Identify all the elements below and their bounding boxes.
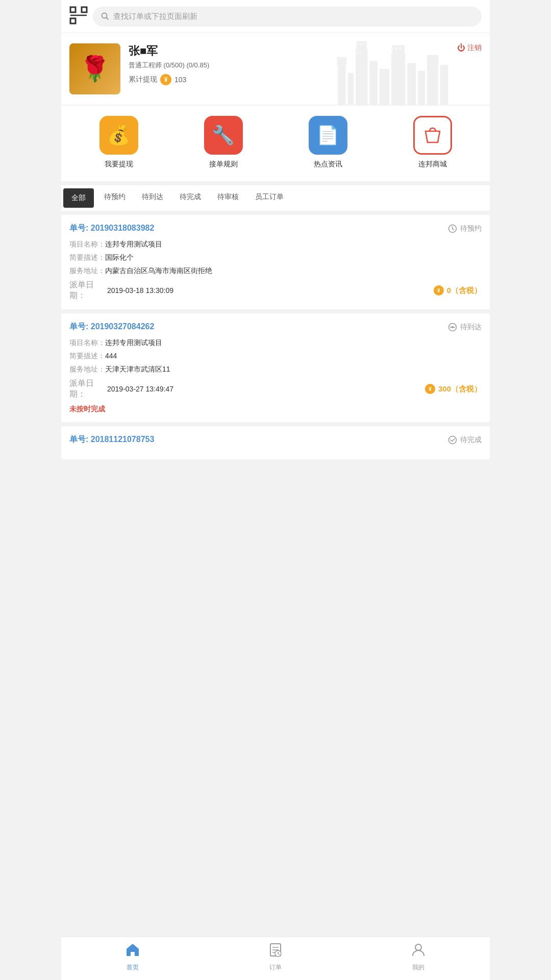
power-icon: ⏻: [457, 43, 465, 53]
action-news[interactable]: 📄 热点资讯: [309, 116, 347, 169]
order-footer-1: 派单日期： 2019-03-18 13:30:09 ¥ 0（含税）: [69, 280, 482, 301]
coin-icon-1: ¥: [434, 285, 444, 296]
order-number-1: 单号: 20190318083982: [69, 223, 154, 234]
svg-rect-0: [70, 7, 76, 12]
order-desc-row-2: 简要描述： 444: [69, 352, 482, 361]
tab-pending-review[interactable]: 待审核: [209, 185, 247, 211]
header: 查找订单或下拉页面刷新: [61, 0, 490, 33]
profile-section: 🌹 张■军 ⏻ 注销 普通工程师 (0/500) (0/0.85) 累计提现 ¥…: [61, 33, 490, 105]
clock-icon: [448, 224, 457, 233]
tabs-container: 全部 待预约 待到达 待完成 待审核 员工订单: [61, 185, 490, 211]
order-price-2: ¥ 300（含税）: [425, 384, 482, 394]
order-project-row-1: 项目名称： 连邦专用测试项目: [69, 240, 482, 249]
order-tabs: 全部 待预约 待到达 待完成 待审核 员工订单: [61, 185, 490, 211]
quick-actions: 💰 我要提现 🔧 接单规则 📄 热点资讯 连邦商城: [61, 106, 490, 181]
tab-all[interactable]: 全部: [63, 188, 94, 208]
order-number-3: 单号: 20181121078753: [69, 434, 154, 445]
profile-balance: 累计提现 ¥ 103: [129, 74, 482, 85]
order-address-row-2: 服务地址： 天津天津市武清区11: [69, 365, 482, 374]
search-placeholder: 查找订单或下拉页面刷新: [113, 12, 197, 21]
nav-mine[interactable]: 我的: [398, 942, 439, 972]
order-number-2: 单号: 20190327084262: [69, 322, 154, 332]
tab-pending-arrive[interactable]: 待到达: [134, 185, 171, 211]
orders-icon: [268, 942, 283, 961]
coin-icon-2: ¥: [425, 384, 435, 394]
tab-employee-order[interactable]: 员工订单: [247, 185, 292, 211]
tab-pending-complete[interactable]: 待完成: [171, 185, 209, 211]
coin-icon: ¥: [160, 74, 171, 85]
tab-pending-appt[interactable]: 待预约: [96, 185, 134, 211]
search-icon: [101, 12, 109, 20]
home-label: 首页: [127, 963, 139, 972]
order-header-1: 单号: 20190318083982 待预约: [69, 223, 482, 234]
order-desc-row-1: 简要描述： 国际化个: [69, 253, 482, 262]
news-label: 热点资讯: [314, 160, 342, 169]
mall-label: 连邦商城: [418, 160, 447, 169]
order-header-3: 单号: 20181121078753 待完成: [69, 434, 482, 445]
svg-rect-2: [70, 18, 76, 23]
order-address-row-1: 服务地址： 内蒙古自治区乌海市海南区街拒绝: [69, 266, 482, 276]
action-rules[interactable]: 🔧 接单规则: [204, 116, 243, 169]
search-bar[interactable]: 查找订单或下拉页面刷新: [93, 7, 482, 27]
order-price-1: ¥ 0（含税）: [434, 285, 482, 296]
nav-home[interactable]: 首页: [112, 942, 153, 972]
avatar: 🌹: [69, 43, 120, 94]
orders-list: 单号: 20190318083982 待预约 项目名称： 连邦专用测试项目 简要…: [61, 215, 490, 459]
mall-icon: [413, 116, 452, 155]
svg-line-5: [107, 18, 109, 20]
mine-label: 我的: [412, 963, 424, 972]
overdue-notice-2: 未按时完成: [69, 405, 482, 414]
order-project-row-2: 项目名称： 连邦专用测试项目: [69, 338, 482, 348]
order-card-3[interactable]: 单号: 20181121078753 待完成: [61, 426, 490, 459]
svg-point-32: [452, 326, 454, 328]
profile-info: 张■军 ⏻ 注销 普通工程师 (0/500) (0/0.85) 累计提现 ¥ 1…: [129, 43, 482, 85]
home-icon: [125, 942, 140, 961]
svg-point-33: [449, 436, 457, 444]
rules-label: 接单规则: [209, 160, 238, 169]
withdraw-label: 我要提现: [105, 160, 133, 169]
rules-icon: 🔧: [204, 116, 243, 155]
order-card-2[interactable]: 单号: 20190327084262 待到达 项目名称： 连邦专用测试项目 简要…: [61, 313, 490, 422]
balance-amount: 103: [174, 76, 186, 84]
scan-icon[interactable]: [69, 6, 88, 27]
check-icon: [448, 435, 457, 445]
order-card-1[interactable]: 单号: 20190318083982 待预约 项目名称： 连邦专用测试项目 简要…: [61, 215, 490, 309]
order-status-2: 待到达: [448, 323, 482, 332]
svg-line-29: [453, 229, 454, 230]
action-withdraw[interactable]: 💰 我要提现: [99, 116, 138, 169]
orders-label: 订单: [269, 963, 282, 972]
mine-icon: [411, 942, 426, 961]
action-mall[interactable]: 连邦商城: [413, 116, 452, 169]
withdraw-icon: 💰: [99, 116, 138, 155]
svg-rect-1: [82, 7, 87, 12]
logout-button[interactable]: ⏻ 注销: [457, 43, 482, 53]
order-status-3: 待完成: [448, 435, 482, 445]
profile-level: 普通工程师 (0/500) (0/0.85): [129, 61, 482, 70]
order-status-1: 待预约: [448, 224, 482, 233]
profile-name: 张■军: [129, 43, 482, 59]
bottom-nav: 首页 订单 我的: [61, 937, 490, 980]
order-header-2: 单号: 20190327084262 待到达: [69, 322, 482, 332]
svg-point-41: [415, 944, 421, 950]
nav-orders[interactable]: 订单: [255, 942, 296, 972]
news-icon: 📄: [309, 116, 347, 155]
order-footer-2: 派单日期： 2019-03-27 13:49:47 ¥ 300（含税）: [69, 378, 482, 400]
arrive-icon: [448, 323, 457, 332]
